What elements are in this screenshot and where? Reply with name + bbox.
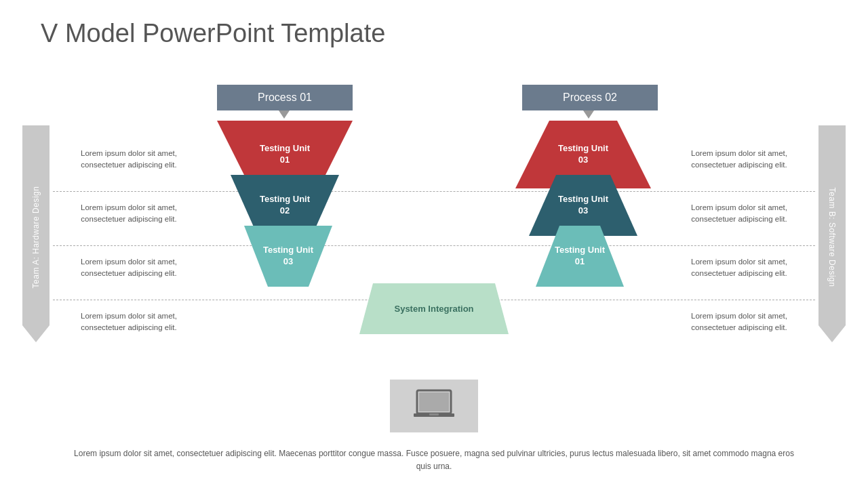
testing-unit-03-left: Testing Unit 03 — [244, 226, 332, 287]
team-b-label: Team B: Software Design — [815, 125, 849, 349]
footer-text: Lorem ipsum dolor sit amet, consectetuer… — [68, 447, 800, 473]
v-model-container: Testing Unit 01 Testing Unit 02 Testing … — [217, 121, 651, 365]
sys-int-label: System Integration — [394, 304, 473, 314]
text-left-4: Lorem ipsum dolor sit amet,consectetuer … — [68, 310, 190, 334]
system-integration-shape: System Integration — [359, 283, 509, 334]
slide: V Model PowerPoint Template Team A: Hard… — [0, 0, 868, 488]
process-01-box: Process 01 — [217, 85, 353, 110]
tu01-right-label: Testing Unit 01 — [536, 226, 624, 287]
team-a-label: Team A: Hardware Design — [19, 125, 53, 349]
text-right-4: Lorem ipsum dolor sit amet,consectetuer … — [678, 310, 800, 334]
testing-unit-01-right: Testing Unit 01 — [536, 226, 624, 287]
text-right-2: Lorem ipsum dolor sit amet,consectetuer … — [678, 202, 800, 226]
process-02-box: Process 02 — [522, 85, 658, 110]
laptop-icon-box — [390, 380, 478, 432]
process-02-label: Process 02 — [563, 92, 617, 104]
text-left-2: Lorem ipsum dolor sit amet,consectetuer … — [68, 202, 190, 226]
svg-rect-12 — [429, 413, 439, 415]
team-a-text: Team A: Hardware Design — [31, 186, 41, 289]
svg-rect-10 — [419, 392, 449, 411]
text-right-3: Lorem ipsum dolor sit amet,consectetuer … — [678, 256, 800, 280]
text-left-3: Lorem ipsum dolor sit amet,consectetuer … — [68, 256, 190, 280]
tu03-left-label: Testing Unit 03 — [244, 226, 332, 287]
laptop-icon — [410, 388, 458, 425]
text-left-1: Lorem ipsum dolor sit amet,consectetuer … — [68, 148, 190, 171]
arrow-down-right — [583, 110, 594, 119]
process-01-label: Process 01 — [258, 92, 312, 104]
text-right-1: Lorem ipsum dolor sit amet,consectetuer … — [678, 148, 800, 171]
team-b-text: Team B: Software Design — [827, 188, 837, 287]
arrow-down-left — [279, 110, 290, 119]
page-title: V Model PowerPoint Template — [41, 19, 385, 48]
